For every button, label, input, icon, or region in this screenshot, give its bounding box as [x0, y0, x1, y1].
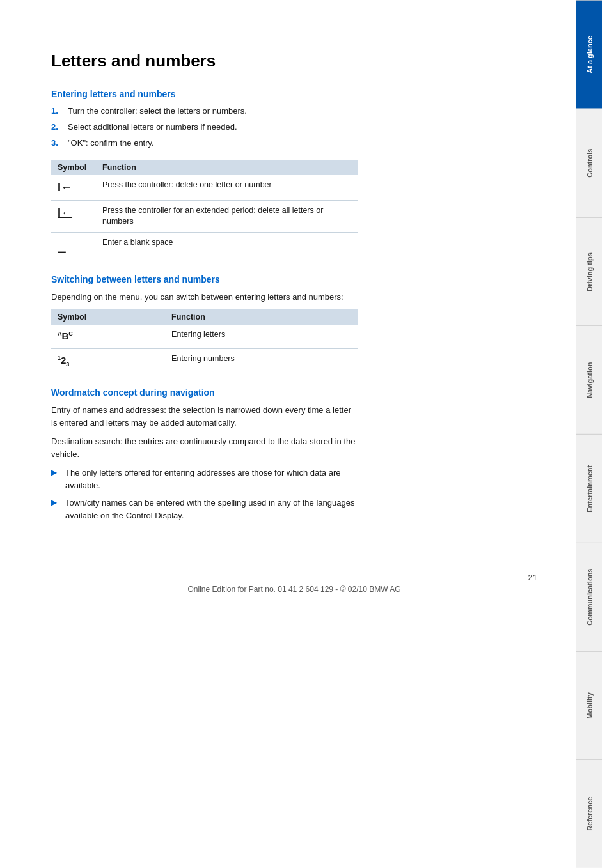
sidebar-tab-reference[interactable]: Reference	[576, 759, 602, 868]
sidebar-tab-at-a-glance[interactable]: At a glance	[576, 0, 602, 109]
page-title: Letters and numbers	[51, 51, 537, 71]
step-1-num: 1.	[51, 105, 65, 118]
step-1: 1. Turn the controller: select the lette…	[51, 105, 537, 118]
sidebar-tab-controls[interactable]: Controls	[576, 109, 602, 217]
table-row: I← Press the controller for an extended …	[51, 200, 358, 232]
symbol-abc: ABC	[51, 325, 165, 348]
bullet-item-2: ▶ Town/city names can be entered with th…	[51, 497, 358, 522]
step-3: 3. "OK": confirm the entry.	[51, 137, 537, 150]
section1-table: Symbol Function I← Press the controller:…	[51, 160, 358, 260]
section3-body1: Entry of names and addresses: the select…	[51, 404, 358, 429]
step-1-text: Turn the controller: select the letters …	[68, 105, 537, 118]
table1-col2-header: Function	[96, 160, 358, 175]
section3-heading: Wordmatch concept during navigation	[51, 387, 537, 398]
section2-heading: Switching between letters and numbers	[51, 274, 537, 284]
function-entering-numbers: Entering numbers	[165, 348, 358, 373]
table1-col1-header: Symbol	[51, 160, 96, 175]
symbol-123: 123	[51, 348, 165, 373]
table-row: ⎯ Enter a blank space	[51, 232, 358, 260]
function-delete-all: Press the controller for an extended per…	[96, 200, 358, 232]
sidebar-tab-navigation[interactable]: Navigation	[576, 325, 602, 434]
step-2-num: 2.	[51, 121, 65, 134]
page-footer: 21 Online Edition for Part no. 01 41 2 6…	[51, 573, 537, 594]
symbol-delete-all: I←	[51, 200, 96, 232]
sidebar-tab-mobility[interactable]: Mobility	[576, 651, 602, 760]
section3-body2: Destination search: the entries are cont…	[51, 435, 358, 460]
function-entering-letters: Entering letters	[165, 325, 358, 348]
bullet-item-1: ▶ The only letters offered for entering …	[51, 467, 358, 492]
bullet-text-2: Town/city names can be entered with the …	[65, 497, 358, 522]
step-2-text: Select additional letters or numbers if …	[68, 121, 537, 134]
symbol-delete-one: I←	[51, 175, 96, 201]
section2-body: Depending on the menu, you can switch be…	[51, 291, 358, 304]
table-row: I← Press the controller: delete one lett…	[51, 175, 358, 201]
table2-col1-header: Symbol	[51, 309, 165, 325]
footer-text: Online Edition for Part no. 01 41 2 604 …	[187, 585, 400, 594]
sidebar-tab-communications[interactable]: Communications	[576, 543, 602, 651]
section1-heading: Entering letters and numbers	[51, 89, 537, 99]
main-content: Letters and numbers Entering letters and…	[0, 0, 576, 868]
sidebar-tab-driving-tips[interactable]: Driving tips	[576, 217, 602, 326]
function-space: Enter a blank space	[96, 232, 358, 260]
right-sidebar: At a glance Controls Driving tips Naviga…	[576, 0, 602, 868]
table-row: ABC Entering letters	[51, 325, 358, 348]
step-2: 2. Select additional letters or numbers …	[51, 121, 537, 134]
symbol-space: ⎯	[51, 232, 96, 260]
table-row: 123 Entering numbers	[51, 348, 358, 373]
page-number: 21	[51, 573, 537, 582]
function-delete-one: Press the controller: delete one letter …	[96, 175, 358, 201]
entering-steps-list: 1. Turn the controller: select the lette…	[51, 105, 537, 150]
bullet-text-1: The only letters offered for entering ad…	[65, 467, 358, 492]
bullet-arrow-1: ▶	[51, 467, 63, 492]
table2-col2-header: Function	[165, 309, 358, 325]
section2-table: Symbol Function ABC Entering letters 123…	[51, 309, 358, 373]
bullet-arrow-2: ▶	[51, 497, 63, 522]
bullet-list: ▶ The only letters offered for entering …	[51, 467, 358, 522]
sidebar-tab-entertainment[interactable]: Entertainment	[576, 434, 602, 543]
step-3-num: 3.	[51, 137, 65, 150]
step-3-text: "OK": confirm the entry.	[68, 137, 537, 150]
